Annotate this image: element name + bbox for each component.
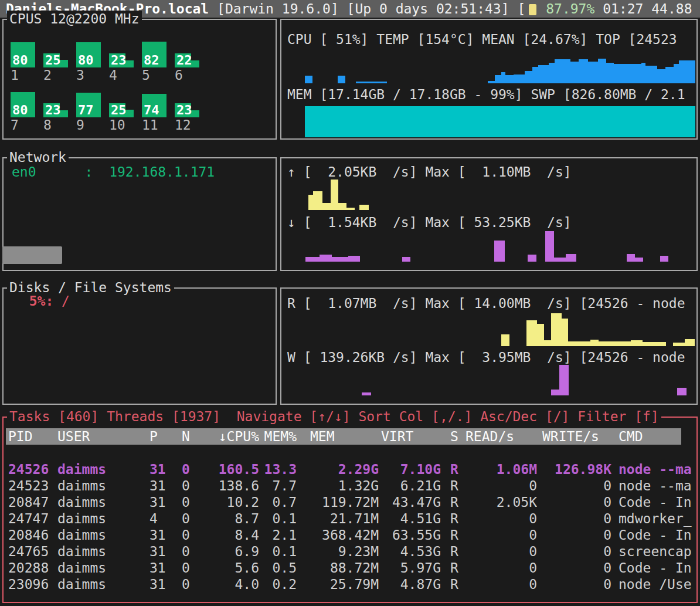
table-cell: Code - In — [619, 560, 696, 576]
table-cell: 9.23M — [305, 543, 379, 560]
histogram-bar — [554, 258, 566, 262]
process-row[interactable]: 20288daimms3105.60.588.72M5.97GR00Code -… — [4, 560, 696, 576]
histogram-bar — [673, 343, 685, 346]
column-header[interactable]: S — [450, 428, 463, 445]
process-row[interactable]: 24523daimms310138.67.71.32G6.21GR00node … — [4, 478, 696, 494]
network-down-graph — [281, 230, 696, 262]
column-header[interactable]: ↓CPU% — [218, 428, 259, 445]
table-cell: 4.0 — [218, 576, 259, 593]
cpu-core-gauge: 23 — [109, 41, 134, 67]
cpu-core-value: 23 — [176, 103, 192, 117]
table-cell: 0.5 — [260, 560, 297, 576]
histogram-bar — [495, 75, 501, 83]
histogram-bar — [549, 63, 555, 83]
table-cell: 0 — [182, 527, 205, 543]
histogram-bar — [635, 258, 643, 262]
process-row[interactable]: 23096daimms3104.00.225.79M4.87GR00node /… — [4, 576, 696, 593]
table-cell: 5.97G — [381, 560, 441, 576]
histogram-bar — [338, 203, 346, 210]
histogram-bar — [356, 82, 387, 83]
table-cell: 0.2 — [260, 576, 297, 593]
process-row[interactable]: 20847daimms31010.20.7119.72M43.47GR2.05K… — [4, 494, 696, 510]
disks-panel: Disks / File Systems 5%: / — [2, 287, 277, 405]
cpu-core-gauge: 74 — [142, 91, 166, 117]
cpu-core-value: 23 — [111, 53, 127, 67]
histogram-bar — [660, 256, 668, 262]
table-cell: 23096 — [8, 576, 54, 593]
table-cell: 6.21G — [381, 478, 441, 494]
histogram-bar — [643, 342, 666, 346]
histogram-bar — [313, 191, 322, 210]
cpu-core-gauge: 80 — [11, 41, 35, 67]
table-cell: 0 — [465, 576, 537, 593]
cpu-core-gauge: 25 — [109, 91, 134, 117]
cpu-core-value: 25 — [45, 53, 61, 67]
histogram-bar — [514, 75, 525, 83]
column-header[interactable]: P — [149, 428, 173, 445]
table-cell: daimms — [57, 560, 145, 576]
cpu-core-number: 2 — [43, 67, 68, 83]
histogram-bar — [532, 67, 538, 83]
table-cell: R — [450, 527, 463, 543]
table-cell: 4.87G — [381, 576, 441, 593]
table-cell: 31 — [149, 560, 173, 576]
battery-percent: 87.97% — [546, 1, 594, 16]
table-cell: 8.7 — [218, 510, 259, 527]
table-cell: 10.2 — [218, 494, 259, 510]
histogram-bar — [528, 255, 536, 262]
table-cell: 20846 — [8, 527, 54, 543]
table-cell: 4.53G — [381, 543, 441, 560]
column-header[interactable]: CMD — [619, 428, 696, 445]
histogram-bar — [338, 76, 345, 83]
column-header[interactable]: READ/s — [465, 428, 537, 445]
battery-icon — [529, 4, 536, 15]
table-cell: R — [450, 543, 463, 560]
cpu-core-bar-step — [191, 60, 199, 67]
table-cell: daimms — [57, 527, 145, 543]
column-header[interactable]: PID — [8, 428, 54, 445]
histogram-bar — [505, 75, 514, 83]
cpu-core-gauge: 80 — [76, 41, 101, 67]
table-cell: 0.7 — [260, 494, 297, 510]
tasks-panel-title: Tasks [460] Threads [1937] Navigate [↑/↓… — [7, 408, 661, 425]
table-cell: 6.9 — [218, 543, 259, 560]
table-cell: 63.55G — [381, 527, 441, 543]
cpu-core-number: 1 — [11, 67, 35, 83]
histogram-bar — [679, 60, 695, 83]
table-cell: 31 — [149, 494, 173, 510]
network-interface: en0 : 192.168.1.171 — [4, 164, 276, 180]
column-header[interactable]: MEM% — [260, 428, 297, 445]
table-cell: 0 — [542, 494, 611, 510]
table-cell: 0.1 — [260, 543, 297, 560]
system-info: [Darwin 19.6.0] [Up 0 days 02:51:43] [ — [209, 1, 525, 16]
table-cell: daimms — [57, 576, 145, 593]
notification-chip — [2, 246, 62, 264]
histogram-bar — [305, 76, 312, 83]
table-cell: 21.71M — [305, 510, 379, 527]
table-cell: 20847 — [8, 494, 54, 510]
column-header[interactable]: USER — [57, 428, 145, 445]
process-row[interactable]: 24526daimms310160.513.32.29G7.10GR1.06M1… — [4, 461, 696, 478]
column-header[interactable]: N — [182, 428, 205, 445]
histogram-bar — [305, 106, 695, 137]
process-row[interactable]: 24765daimms3106.90.19.23M4.53GR00screenc… — [4, 543, 696, 560]
table-cell: 4 — [149, 510, 173, 527]
table-cell: 0 — [182, 576, 205, 593]
histogram-bar — [568, 341, 590, 346]
process-row[interactable]: 20846daimms3108.42.1368.42M63.55GR00Code… — [4, 527, 696, 543]
column-header[interactable]: MEM — [310, 428, 384, 445]
table-cell: 7.10G — [381, 461, 441, 478]
clock: 01:27 44.88 — [594, 1, 692, 16]
cpus-panel: CPUS 12@2200 MHz 802580238222 123456 802… — [2, 19, 277, 140]
table-cell: daimms — [57, 543, 145, 560]
cpu-core-number: 5 — [142, 67, 166, 83]
column-header[interactable]: WRITE/s — [542, 428, 611, 445]
cpu-core-number: 4 — [109, 67, 134, 83]
disks-panel-title: Disks / File Systems — [7, 279, 174, 296]
histogram-bar — [645, 66, 657, 83]
column-header[interactable]: VIRT — [381, 428, 441, 445]
table-cell: 31 — [149, 461, 173, 478]
table-cell: 0 — [465, 560, 537, 576]
process-row[interactable]: 24747daimms408.70.121.71M4.51GR00mdworke… — [4, 510, 696, 527]
table-cell: daimms — [57, 510, 145, 527]
